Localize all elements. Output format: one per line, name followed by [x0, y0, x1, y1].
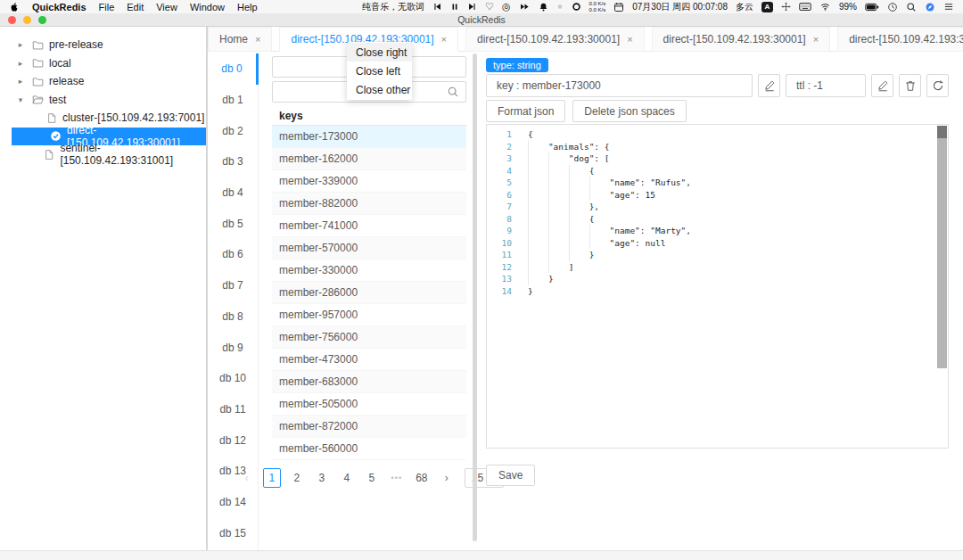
delete-json-spaces-button[interactable]: Delete json spaces — [572, 100, 686, 122]
key-row[interactable]: member-173000 — [272, 126, 466, 148]
tab-close-icon[interactable]: × — [441, 35, 447, 45]
db-item-0[interactable]: db 0 — [208, 54, 259, 85]
menubar-item-edit[interactable]: Edit — [127, 2, 144, 12]
db-item-10[interactable]: db 10 — [208, 363, 258, 394]
key-row[interactable]: member-957000 — [272, 304, 466, 326]
clock-icon[interactable] — [887, 2, 898, 12]
spotlight-search-icon[interactable] — [906, 2, 917, 12]
chevron-right-icon[interactable]: ▸ — [16, 40, 25, 49]
dimmed-status-icon[interactable] — [556, 2, 564, 12]
ttl-field[interactable] — [786, 74, 866, 97]
move-crosshair-icon[interactable] — [781, 2, 791, 12]
key-row[interactable]: member-756000 — [272, 326, 466, 349]
calendar-icon[interactable] — [613, 2, 624, 12]
db-item-11[interactable]: db 11 — [208, 394, 258, 425]
format-json-button[interactable]: Format json — [486, 100, 565, 122]
list-menu-icon[interactable] — [943, 2, 954, 12]
minimize-window-button[interactable] — [23, 16, 31, 24]
safari-compass-icon[interactable] — [925, 2, 935, 12]
save-button[interactable]: Save — [486, 465, 535, 486]
key-row[interactable]: member-330000 — [272, 259, 466, 282]
tab-connection-4[interactable]: direct-[150.109.42.193:30001]× — [837, 27, 963, 52]
context-menu-item-close-right[interactable]: Close right — [347, 43, 412, 62]
refresh-key-button[interactable] — [926, 74, 949, 97]
value-editor[interactable]: 1234567891011121314 { "animals": { "dog"… — [486, 124, 949, 449]
db-item-14[interactable]: db 14 — [208, 487, 258, 518]
edit-ttl-button[interactable] — [871, 74, 893, 97]
key-row[interactable]: member-286000 — [272, 282, 466, 304]
next-track-icon[interactable] — [467, 2, 477, 12]
chevron-right-icon[interactable]: ▸ — [16, 77, 25, 86]
search-icon[interactable] — [447, 86, 459, 98]
menubar-item-view[interactable]: View — [156, 2, 177, 12]
editor-scrollbar-thumb[interactable] — [937, 138, 947, 368]
pause-icon[interactable] — [450, 2, 459, 12]
pagination-page-5[interactable]: 5 — [363, 468, 381, 488]
key-row[interactable]: member-872000 — [272, 416, 466, 438]
panel-scrollbar[interactable] — [473, 54, 477, 541]
heart-icon[interactable]: ♡ — [485, 2, 494, 12]
datetime-text[interactable]: 07月30日 周四 00:07:08 — [632, 1, 728, 13]
db-item-8[interactable]: db 8 — [208, 301, 258, 333]
close-window-button[interactable] — [8, 16, 16, 24]
weather-text[interactable]: 多云 — [736, 1, 753, 13]
battery-icon[interactable] — [865, 3, 879, 12]
network-speed[interactable]: 0.0 K/s 0.0 K/s — [589, 1, 606, 13]
tab-close-icon[interactable]: × — [813, 35, 819, 45]
tab-close-icon[interactable]: × — [627, 35, 632, 45]
tree-item-pre[interactable]: ▸pre-release — [0, 36, 206, 54]
db-item-3[interactable]: db 3 — [208, 146, 258, 177]
wifi-icon[interactable] — [819, 2, 831, 12]
menubar-item-help[interactable]: Help — [237, 2, 258, 12]
db-item-5[interactable]: db 5 — [208, 208, 258, 239]
edit-key-button[interactable] — [758, 74, 780, 97]
ring-icon[interactable] — [572, 2, 581, 12]
db-item-2[interactable]: db 2 — [208, 115, 258, 146]
tree-item-local[interactable]: ▸local — [0, 54, 206, 73]
key-row[interactable]: member-560000 — [272, 438, 466, 460]
key-name-field[interactable] — [486, 74, 753, 97]
key-row[interactable]: member-570000 — [272, 237, 466, 259]
db-item-6[interactable]: db 6 — [208, 239, 258, 270]
apple-icon[interactable] — [9, 1, 20, 12]
key-row[interactable]: member-473000 — [272, 349, 466, 371]
pagination-page-1[interactable]: 1 — [263, 468, 281, 488]
context-menu-item-close-other[interactable]: Close other — [347, 80, 412, 99]
pagination-page-68[interactable]: 68 — [413, 468, 431, 488]
db-item-12[interactable]: db 12 — [208, 424, 258, 456]
db-item-9[interactable]: db 9 — [208, 332, 258, 363]
menubar-app-name[interactable]: QuickRedis — [32, 2, 86, 12]
pagination-page-3[interactable]: 3 — [313, 468, 331, 488]
db-item-15[interactable]: db 15 — [208, 517, 258, 548]
tab-home[interactable]: Home× — [208, 27, 272, 52]
previous-track-icon[interactable] — [432, 2, 442, 12]
tree-item-release[interactable]: ▸release — [0, 72, 206, 91]
db-item-7[interactable]: db 7 — [208, 270, 258, 301]
db-item-4[interactable]: db 4 — [208, 177, 258, 209]
key-row[interactable]: member-683000 — [272, 371, 466, 393]
pagination-page-2[interactable]: 2 — [288, 468, 306, 488]
db-item-1[interactable]: db 1 — [208, 85, 258, 116]
key-row[interactable]: member-741000 — [272, 215, 466, 237]
pagination-next-button[interactable]: › — [438, 468, 456, 488]
tree-item-test[interactable]: ▾test — [0, 91, 206, 110]
fast-forward-icon[interactable] — [519, 2, 531, 12]
key-row[interactable]: member-162000 — [272, 148, 466, 170]
chevron-right-icon[interactable]: ▸ — [16, 59, 25, 68]
key-row[interactable]: member-505000 — [272, 393, 466, 416]
key-row[interactable]: member-882000 — [272, 193, 466, 215]
context-menu-item-close-left[interactable]: Close left — [347, 62, 412, 80]
tree-item-sentinel[interactable]: sentinel-[150.109.42.193:31001] — [0, 145, 206, 164]
tab-connection-3[interactable]: direct-[150.109.42.193:30001]× — [652, 27, 831, 52]
keyboard-icon[interactable] — [799, 2, 811, 12]
zoom-window-button[interactable] — [38, 16, 46, 24]
bell-icon[interactable] — [539, 2, 548, 12]
input-method-badge[interactable]: A — [761, 2, 773, 12]
key-row[interactable]: member-339000 — [272, 170, 466, 193]
menubar-item-window[interactable]: Window — [190, 2, 225, 12]
delete-key-button[interactable] — [899, 74, 921, 97]
pagination-page-4[interactable]: 4 — [338, 468, 356, 488]
tab-close-icon[interactable]: × — [255, 35, 260, 45]
tab-connection-2[interactable]: direct-[150.109.42.193:30001]× — [465, 27, 645, 52]
record-target-icon[interactable]: ◎ — [502, 2, 511, 12]
